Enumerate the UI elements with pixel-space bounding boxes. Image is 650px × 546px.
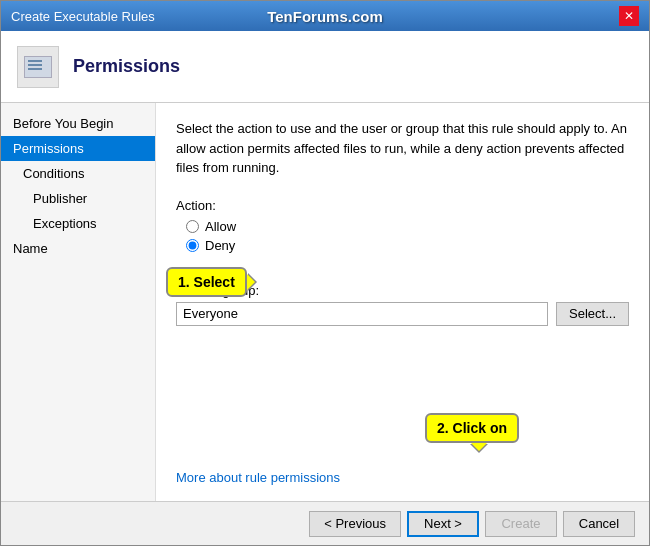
close-button[interactable]: ✕ (619, 6, 639, 26)
sidebar-item-before-you-begin[interactable]: Before You Begin (1, 111, 155, 136)
title-bar-controls: ✕ (619, 6, 639, 26)
cancel-button[interactable]: Cancel (563, 511, 635, 537)
next-button[interactable]: Next > (407, 511, 479, 537)
more-link[interactable]: More about rule permissions (176, 470, 629, 485)
bottom-bar: < Previous Next > Create Cancel (1, 501, 649, 545)
header-title: Permissions (73, 56, 180, 77)
deny-label[interactable]: Deny (205, 238, 235, 253)
previous-button[interactable]: < Previous (309, 511, 401, 537)
sidebar-item-permissions[interactable]: Permissions (1, 136, 155, 161)
deny-radio[interactable] (186, 239, 199, 252)
deny-row: Deny (186, 238, 629, 253)
window-title: Create Executable Rules (11, 9, 155, 24)
permissions-icon (24, 56, 52, 78)
allow-radio[interactable] (186, 220, 199, 233)
allow-row: Allow (186, 219, 629, 234)
dialog-body: Before You Begin Permissions Conditions … (1, 103, 649, 501)
dialog-header: Permissions (1, 31, 649, 103)
sidebar: Before You Begin Permissions Conditions … (1, 103, 156, 501)
main-window: Create Executable Rules TenForums.com ✕ … (0, 0, 650, 546)
radio-group: Allow Deny (186, 219, 629, 253)
action-label: Action: (176, 198, 629, 213)
create-button[interactable]: Create (485, 511, 557, 537)
description-text: Select the action to use and the user or… (176, 119, 629, 178)
action-section: Action: Allow Deny (176, 198, 629, 257)
sidebar-item-exceptions[interactable]: Exceptions (1, 211, 155, 236)
allow-label[interactable]: Allow (205, 219, 236, 234)
select-button[interactable]: Select... (556, 302, 629, 326)
content-area: Select the action to use and the user or… (156, 103, 649, 501)
sidebar-item-publisher[interactable]: Publisher (1, 186, 155, 211)
header-icon (17, 46, 59, 88)
sidebar-item-name[interactable]: Name (1, 236, 155, 261)
user-group-row: Select... (176, 302, 629, 326)
title-bar: Create Executable Rules TenForums.com ✕ (1, 1, 649, 31)
site-watermark: TenForums.com (267, 8, 383, 25)
callout-1: 1. Select (166, 267, 247, 297)
callout-2: 2. Click on (425, 413, 519, 443)
user-group-input[interactable] (176, 302, 548, 326)
sidebar-item-conditions[interactable]: Conditions (1, 161, 155, 186)
